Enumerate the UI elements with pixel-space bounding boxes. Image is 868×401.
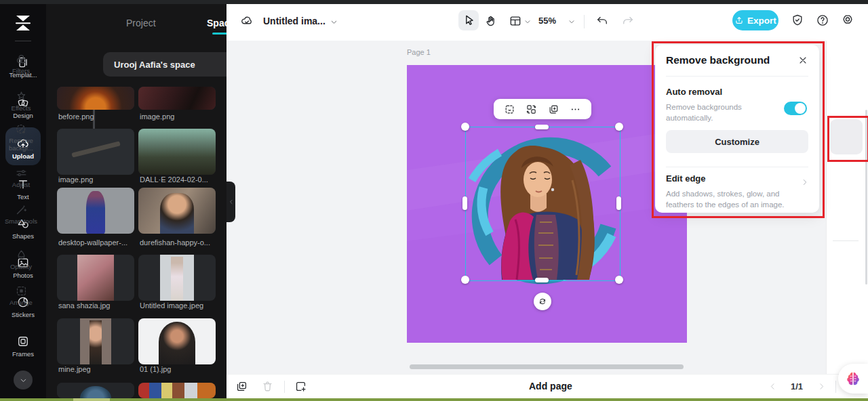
prev-page-icon[interactable] (768, 381, 778, 392)
auto-removal-toggle[interactable] (784, 102, 807, 115)
title-chevron-icon[interactable] (330, 18, 338, 26)
resize-handle-left[interactable] (462, 196, 467, 210)
file-label: sana shazia.jpg (58, 301, 138, 310)
canvas-horizontal-scrollbar[interactable] (410, 364, 684, 369)
tool-remove-background[interactable]: Remove backgr... (0, 123, 42, 152)
project-title[interactable]: Untitled ima... (263, 16, 326, 26)
page-label: Page 1 (407, 48, 431, 56)
rotate-icon (538, 297, 547, 306)
file-tile[interactable] (138, 87, 216, 110)
tool-effects[interactable]: Effects (0, 90, 42, 112)
layout-chevron-icon[interactable] (524, 18, 532, 26)
export-icon (734, 16, 744, 25)
right-tool-sidebar (826, 41, 868, 374)
delete-page-icon[interactable] (261, 380, 274, 393)
file-tile[interactable] (57, 255, 134, 301)
tool-label: Smart tools (0, 218, 42, 226)
file-tile[interactable] (57, 188, 134, 234)
capcut-logo-icon (11, 11, 35, 35)
shield-check-icon[interactable] (791, 14, 804, 27)
file-tile[interactable] (138, 129, 216, 175)
remove-background-panel: Remove background Auto removal Remove ba… (655, 45, 819, 213)
add-page-icon[interactable] (294, 380, 307, 393)
resize-handle-right[interactable] (616, 196, 621, 210)
arrange-icon (15, 284, 28, 297)
sidebar-item-label: Upload (0, 152, 46, 160)
tool-label: Arrange (0, 299, 42, 307)
sidebar-item-frames[interactable]: Frames (0, 335, 46, 358)
file-label: before.png (58, 112, 138, 121)
tool-smart-tools[interactable]: Smart tools (0, 203, 42, 226)
resize-handle-top-left[interactable] (461, 123, 469, 131)
chevron-right-icon[interactable] (800, 177, 810, 187)
edit-edge-desc: Add shadows, strokes, glow, and feathers… (666, 188, 799, 210)
file-tile[interactable] (57, 129, 134, 175)
file-label: image.png (58, 175, 138, 184)
rotate-handle[interactable] (534, 293, 551, 310)
file-tile[interactable] (138, 255, 216, 301)
tool-arrange[interactable]: Arrange (0, 284, 42, 307)
export-button[interactable]: Export (732, 10, 778, 30)
rail-expand-button[interactable] (14, 371, 33, 389)
ai-assistant-button[interactable] (838, 364, 868, 394)
tool-label: Remove backgr... (0, 138, 42, 152)
sidebar-divider (833, 240, 859, 241)
resize-handle-bottom-right[interactable] (615, 276, 623, 284)
remove-background-icon (15, 123, 28, 135)
auto-removal-desc: Remove backgrounds automatically. (666, 102, 768, 123)
file-label: Untitled image.jpeg (140, 301, 220, 310)
resize-handle-top[interactable] (535, 125, 549, 129)
sidebar-item-label: Text (0, 193, 46, 200)
file-tile[interactable] (57, 318, 134, 364)
next-page-icon[interactable] (816, 381, 827, 392)
settings-gear-icon[interactable] (841, 14, 854, 27)
tool-filters[interactable]: Filters (0, 53, 42, 75)
sidebar-item-label: Shapes (0, 232, 46, 240)
zoom-chevron-icon[interactable] (568, 18, 576, 26)
resize-handle-top-right[interactable] (615, 123, 623, 131)
capcut-editor-window: Templat... Design Upload Text Shapes Pho… (0, 0, 868, 401)
filters-icon (15, 53, 28, 66)
sidebar-item-label: Frames (0, 350, 46, 358)
zoom-level[interactable]: 55% (538, 16, 556, 26)
tool-adjust[interactable]: Adjust (0, 167, 42, 189)
select-area-icon[interactable] (504, 104, 515, 115)
tool-opacity[interactable]: Opacity (0, 249, 42, 271)
rail-divider (15, 41, 31, 41)
bottom-green-strip (0, 398, 868, 401)
opacity-icon (15, 249, 28, 261)
toggle-knob (795, 103, 806, 114)
resize-handle-bottom[interactable] (535, 278, 549, 282)
sidebar-scrollbar[interactable] (865, 110, 867, 284)
duplicate-page-icon[interactable] (235, 380, 248, 393)
panel-collapse-handle[interactable] (226, 182, 235, 222)
duplicate-icon[interactable] (548, 104, 559, 115)
edit-edge-title[interactable]: Edit edge (666, 173, 706, 184)
cloud-save-icon (240, 14, 254, 28)
help-icon[interactable] (816, 14, 829, 27)
tab-project[interactable]: Project (126, 18, 156, 28)
file-tile[interactable] (57, 383, 134, 398)
layout-pages-icon[interactable] (509, 14, 522, 28)
hand-tool-icon[interactable] (484, 14, 498, 28)
frames-icon (16, 335, 30, 348)
pointer-tool-icon[interactable] (462, 14, 476, 27)
panel-divider (666, 167, 808, 167)
file-tile[interactable] (138, 383, 216, 398)
file-tile[interactable] (138, 188, 216, 234)
sidebar-item-label: Photos (0, 272, 46, 279)
file-tile[interactable] (57, 87, 134, 110)
resize-handle-bottom-left[interactable] (461, 276, 469, 284)
add-page-label[interactable]: Add page (529, 381, 572, 392)
top-toolbar: Untitled ima... 55% Export (226, 4, 868, 41)
file-tile[interactable] (138, 318, 216, 364)
undo-icon[interactable] (595, 14, 609, 28)
chevron-left-icon (228, 198, 235, 205)
space-selector-label: Urooj Aafia's space (114, 60, 244, 70)
close-icon[interactable] (797, 55, 808, 66)
replace-icon[interactable] (526, 104, 537, 115)
file-label: mine.jpeg (58, 365, 138, 373)
more-options-icon[interactable] (570, 104, 581, 115)
redo-icon[interactable] (621, 14, 635, 28)
customize-button[interactable]: Customize (666, 130, 808, 153)
